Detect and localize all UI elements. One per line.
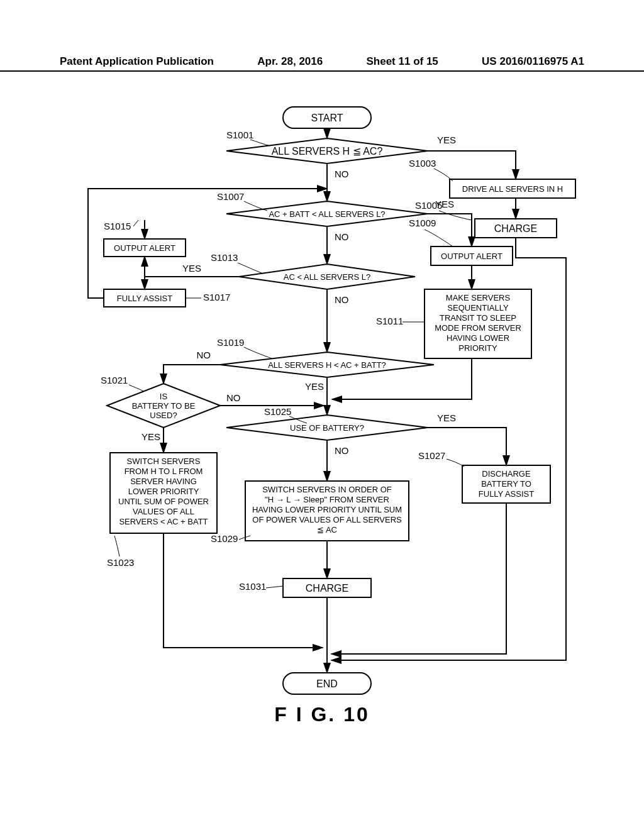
s1031-text: CHARGE [306, 583, 348, 594]
header-date: Apr. 28, 2016 [257, 55, 323, 68]
s1007-step: S1007 [217, 191, 244, 202]
s1005-text: CHARGE [494, 223, 537, 234]
s1001-step: S1001 [226, 130, 253, 140]
s1011-l6: PRIORITY [458, 343, 497, 353]
start-label: START [311, 113, 343, 123]
header-docnum: US 2016/0116975 A1 [482, 55, 584, 68]
branch-yes: YES [437, 135, 456, 145]
header-sheet: Sheet 11 of 15 [366, 55, 438, 68]
s1007-text: AC + BATT < ALL SERVERS L? [269, 209, 385, 219]
s1009-step: S1009 [409, 218, 436, 228]
s1021-l2: BATTERY TO BE [132, 401, 196, 411]
branch-yes2: YES [435, 199, 454, 209]
flowchart-svg: START ALL SERVERS H ≦ AC? YES NO S1001 D… [75, 101, 579, 704]
branch-no: NO [335, 169, 349, 179]
branch-yes4: YES [305, 381, 324, 392]
s1029-l1: SWITCH SERVERS IN ORDER OF [262, 485, 392, 494]
branch-no4: NO [197, 350, 211, 360]
s1021-l1: IS [160, 392, 168, 401]
page-root: Patent Application Publication Apr. 28, … [0, 0, 644, 830]
s1001-text: ALL SERVERS H ≦ AC? [272, 146, 383, 157]
s1003-text: DRIVE ALL SERVERS IN H [462, 184, 563, 194]
s1023-l5: UNTIL SUM OF POWER [118, 497, 209, 506]
s1019-text: ALL SERVERS H < AC + BATT? [268, 360, 386, 370]
s1029-l5: ≦ AC [317, 525, 337, 534]
page-header: Patent Application Publication Apr. 28, … [0, 55, 644, 72]
s1027-step: S1027 [418, 450, 445, 461]
s1021-l3: USED? [150, 411, 177, 420]
branch-yes6: YES [437, 412, 456, 423]
s1023-l2: FROM H TO L FROM [125, 467, 203, 476]
s1025-step: S1025 [264, 406, 291, 417]
branch-yes5: YES [142, 431, 160, 442]
s1011-l1: MAKE SERVERS [446, 293, 511, 302]
s1027-l1: DISCHARGE [482, 469, 531, 479]
s1013-text: AC < ALL SERVERS L? [284, 272, 370, 282]
s1017-step: S1017 [203, 292, 230, 302]
branch-no5: NO [226, 392, 241, 403]
s1023-l1: SWITCH SERVERS [127, 456, 201, 466]
s1003-step: S1003 [409, 158, 436, 169]
s1017-text: FULLY ASSIST [117, 294, 172, 303]
branch-no2: NO [335, 231, 349, 242]
branch-no3: NO [335, 294, 349, 305]
s1011-l5: HAVING LOWER [447, 333, 509, 343]
s1029-l2: "H → L → Sleep" FROM SERVER [265, 495, 389, 504]
s1023-l7: SERVERS < AC + BATT [119, 517, 208, 526]
s1031-step: S1031 [239, 581, 266, 592]
s1009-text: OUTPUT ALERT [441, 252, 502, 261]
s1011-l3: TRANSIT TO SLEEP [440, 313, 516, 323]
s1021-step: S1021 [101, 375, 128, 385]
s1011-step: S1011 [376, 316, 403, 326]
s1011-l4: MODE FROM SERVER [435, 323, 521, 333]
s1023-l3: SERVER HAVING [130, 477, 197, 486]
s1023-l4: LOWER PRIORITY [128, 487, 199, 496]
s1029-l3: HAVING LOWER PRIORITY UNTIL SUM [252, 505, 402, 514]
s1029-l4: OF POWER VALUES OF ALL SERVERS [252, 515, 402, 524]
s1029-step: S1029 [211, 533, 238, 544]
s1013-step: S1013 [211, 252, 238, 263]
s1027-l3: FULLY ASSIST [479, 489, 534, 499]
s1019-step: S1019 [217, 337, 244, 348]
s1015-step: S1015 [104, 221, 131, 231]
s1023-l6: VALUES OF ALL [133, 507, 194, 516]
s1015-text: OUTPUT ALERT [114, 243, 175, 253]
s1023-step: S1023 [107, 557, 134, 568]
branch-yes3: YES [182, 263, 201, 274]
end-label: END [316, 678, 338, 689]
s1025-text: USE OF BATTERY? [290, 423, 364, 433]
s1011-l2: SEQUENTIALLY [447, 303, 509, 313]
figure-caption: F I G. 10 [0, 703, 644, 726]
branch-no6: NO [335, 445, 349, 456]
s1027-l2: BATTERY TO [481, 479, 531, 489]
header-pub: Patent Application Publication [60, 55, 214, 68]
